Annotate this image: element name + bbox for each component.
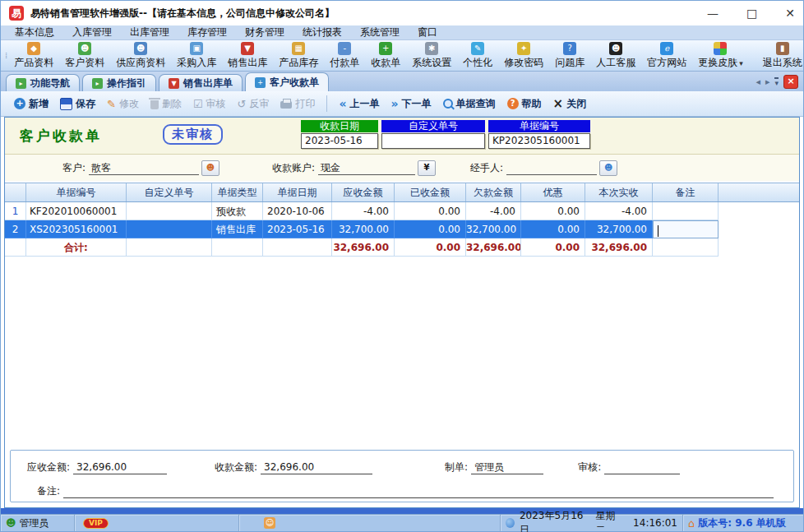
delete-button[interactable]: 删除 — [146, 95, 187, 113]
menu-system[interactable]: 系统管理 — [351, 25, 409, 39]
table-cell: 销售出库 — [212, 220, 263, 238]
toolbar-product-stock[interactable]: ▦ 产品库存 — [273, 41, 324, 71]
tab-customer-receipt[interactable]: + 客户收款单 — [245, 72, 329, 91]
status-middle-section: ☺ — [239, 515, 501, 531]
toolbar-sales-out[interactable]: ▼ 销售出库 — [222, 41, 273, 71]
prev-doc-button[interactable]: « 上一单 — [334, 95, 384, 113]
minimize-button[interactable]: — — [707, 7, 719, 19]
prev-chevrons-icon: « — [339, 97, 346, 110]
col-doc-type: 单据类型 — [212, 183, 263, 201]
remark-value[interactable] — [63, 485, 774, 498]
total-label: 合计: — [26, 238, 127, 257]
new-button[interactable]: + 新增 — [9, 95, 53, 113]
table-cell: 0.00 — [395, 220, 466, 238]
toolbar-exit-system[interactable]: ▮ 退出系统 — [757, 41, 804, 71]
customer-input[interactable]: 散客 — [89, 161, 199, 175]
table-cell: 0.00 — [521, 220, 585, 238]
menu-reports[interactable]: 统计报表 — [293, 25, 351, 39]
toolbar-receipt-doc[interactable]: + 收款单 — [365, 41, 406, 71]
receipt-date-field: 收款日期 2023-05-16 — [301, 120, 378, 149]
toolbar-purchase-in[interactable]: ▣ 采购入库 — [171, 41, 222, 71]
receipt-date-caption: 收款日期 — [301, 120, 378, 132]
table-row-selected[interactable]: 2 XS202305160001 销售出库 2023-05-16 32,700.… — [5, 220, 799, 238]
print-button[interactable]: 打印 — [275, 95, 320, 113]
remark-edit-cell[interactable] — [653, 220, 719, 238]
approve-stamp-icon: ☑ — [193, 98, 203, 110]
approve-button[interactable]: ☑ 审核 — [188, 95, 231, 113]
table-cell: -4.00 — [332, 202, 395, 220]
table-cell: 预收款 — [212, 202, 263, 220]
handler-input[interactable] — [506, 161, 597, 175]
table-cell: 2020-10-06 — [263, 202, 332, 220]
floppy-icon — [60, 98, 72, 110]
menu-finance[interactable]: 财务管理 — [236, 25, 293, 39]
toolbar-question-bank[interactable]: ? 问题库 — [549, 41, 590, 71]
account-picker-button[interactable]: ¥ — [418, 160, 436, 176]
toolbar-official-website[interactable]: e 官方网站 — [641, 41, 692, 71]
toolbar-supplier-data[interactable]: ☻ 供应商资料 — [110, 41, 171, 71]
clock-icon — [506, 518, 515, 528]
toolbar-customer-service[interactable]: ☻ 人工客服 — [590, 41, 641, 71]
menu-inbound[interactable]: 入库管理 — [63, 25, 121, 39]
doc-query-button[interactable]: 单据查询 — [438, 95, 501, 113]
edit-button[interactable]: ✎ 修改 — [102, 95, 144, 113]
total-receivable: 32,696.00 — [332, 238, 395, 257]
tab-scroll-left-icon[interactable]: ◂ — [755, 76, 760, 87]
table-cell: 0.00 — [521, 202, 585, 220]
status-weekday: 星期二 — [596, 509, 623, 532]
pin-icon[interactable]: ▾ — [774, 77, 779, 86]
unapprove-stamp-icon: ↺ — [238, 98, 247, 110]
key-icon: ✦ — [517, 42, 530, 55]
unapprove-button[interactable]: ↺ 反审 — [233, 95, 275, 113]
help-button[interactable]: ? 帮助 — [502, 95, 547, 113]
status-datetime-section: 2023年5月16日 星期二 14:16:01 — [501, 515, 683, 531]
handler-picker-button[interactable]: ☻ — [599, 160, 617, 176]
actionbar-separator — [326, 95, 327, 112]
customer-picker-button[interactable]: ☻ — [201, 160, 219, 176]
account-input[interactable]: 现金 — [318, 161, 415, 175]
tab-function-nav[interactable]: ▸ 功能导航 — [6, 74, 80, 91]
table-cell: 32,700.00 — [332, 220, 395, 238]
menu-outbound[interactable]: 出库管理 — [121, 25, 178, 39]
toolbar-product-data[interactable]: ◆ 产品资料 — [8, 41, 59, 71]
bottom-strip — [1, 508, 803, 514]
table-cell — [127, 202, 212, 220]
table-cell: 32,700.00 — [466, 220, 521, 238]
receipt-card-icon: + — [255, 77, 266, 88]
tab-sales-out-doc[interactable]: ▼ 销售出库单 — [159, 74, 243, 91]
app-window: 易 易特销售管理软件增强版--【请在基本信息，公司信息中修改公司名】 — □ ✕… — [0, 0, 804, 532]
user-icon: ☻ — [6, 517, 16, 529]
save-button[interactable]: 保存 — [55, 95, 100, 113]
table-cell: -4.00 — [585, 202, 653, 220]
toolbar-customer-data[interactable]: ☻ 客户资料 — [59, 41, 110, 71]
table-row[interactable]: 1 KF202010060001 预收款 2020-10-06 -4.00 0.… — [5, 202, 799, 220]
menu-inventory[interactable]: 库存管理 — [178, 25, 236, 39]
status-version-section: ⌂ 版本号: 9.6 单机版 — [683, 515, 803, 531]
table-cell: -4.00 — [466, 202, 521, 220]
doc-no-input[interactable]: KP202305160001 — [488, 133, 590, 149]
tab-operation-guide[interactable]: ▸ 操作指引 — [82, 74, 156, 91]
menu-basic-info[interactable]: 基本信息 — [6, 25, 63, 39]
status-user-section: ☻ 管理员 — [1, 515, 75, 531]
question-icon: ? — [563, 42, 576, 55]
brush-icon: ✎ — [471, 42, 484, 55]
received-total-label: 收款金额: — [215, 460, 257, 474]
close-doc-button[interactable]: × 关闭 — [548, 95, 592, 113]
status-date: 2023年5月16日 — [520, 509, 587, 532]
next-doc-button[interactable]: » 下一单 — [386, 95, 437, 113]
toolbar-change-skin[interactable]: 更换皮肤▾ — [692, 41, 749, 71]
toolbar-system-settings[interactable]: ✱ 系统设置 — [406, 41, 457, 71]
toolbar-payment-doc[interactable]: - 付款单 — [324, 41, 365, 71]
close-button[interactable]: ✕ — [785, 7, 795, 19]
toolbar-change-password[interactable]: ✦ 修改密码 — [498, 41, 549, 71]
maximize-button[interactable]: □ — [746, 7, 757, 19]
receipt-date-input[interactable]: 2023-05-16 — [301, 133, 378, 149]
tab-close-button[interactable]: × — [783, 75, 798, 89]
custom-no-input[interactable] — [381, 133, 485, 149]
col-remark: 备注 — [653, 183, 719, 201]
tab-scroll-right-icon[interactable]: ▸ — [765, 76, 770, 87]
menu-window[interactable]: 窗口 — [409, 25, 446, 39]
app-icon: 易 — [9, 6, 24, 21]
toolbar-personalize[interactable]: ✎ 个性化 — [457, 41, 498, 71]
text-caret — [658, 225, 658, 237]
